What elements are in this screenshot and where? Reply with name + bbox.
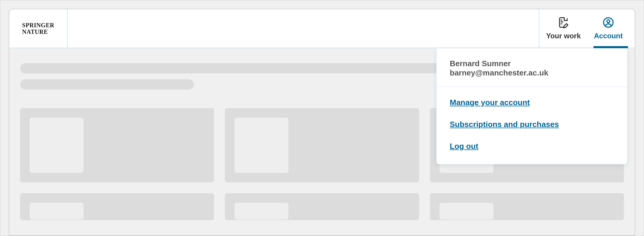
skeleton-thumb [234,118,288,173]
top-bar: Springer Nature [9,9,635,48]
skeleton-thumb [440,203,493,220]
svg-point-1 [607,20,610,23]
logo-line-1: Springer [22,22,54,28]
tab-your-work-label: Your work [546,32,581,40]
logo[interactable]: Springer Nature [9,9,68,48]
logo-line-2: Nature [22,28,48,35]
skeleton-card [20,193,214,220]
nav-tabs: Your work Account [539,9,635,48]
page-frame: Springer Nature [0,0,644,236]
skeleton-card [20,108,214,182]
skeleton-thumb [234,203,288,220]
skeleton-line [20,79,194,90]
dropdown-body: Manage your account Subscriptions and pu… [437,87,627,164]
tab-your-work[interactable]: Your work [539,9,587,48]
logo-text: Springer Nature [22,22,54,35]
skeleton-card [225,108,419,182]
skeleton-card [430,193,624,220]
dropdown-header: Bernard Sumner barney@manchester.ac.uk [437,48,627,87]
skeleton-thumb [30,203,84,220]
subscriptions-link[interactable]: Subscriptions and purchases [450,120,614,129]
logout-link[interactable]: Log out [450,142,614,151]
skeleton-card [225,193,419,220]
tab-account[interactable]: Account [587,9,629,48]
user-name: Bernard Sumner [450,59,614,68]
content-area: Bernard Sumner barney@manchester.ac.uk M… [9,48,635,235]
top-bar-spacer [68,9,539,48]
skeleton-thumb [30,118,84,173]
user-email: barney@manchester.ac.uk [450,68,614,78]
main-card: Springer Nature [9,9,635,236]
account-dropdown: Bernard Sumner barney@manchester.ac.uk M… [436,48,628,164]
user-circle-icon [603,17,614,29]
document-edit-icon [558,17,569,29]
skeleton-card-row [20,193,624,220]
tab-account-label: Account [594,32,623,40]
manage-account-link[interactable]: Manage your account [450,98,614,107]
